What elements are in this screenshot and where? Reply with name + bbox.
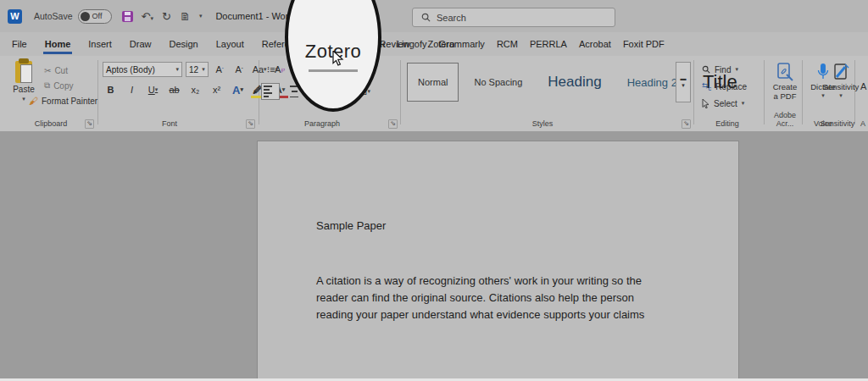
word-window: W AutoSave Off ↶▾ ↻ 🗎 ▾ Document1 - Word… bbox=[0, 0, 868, 381]
tab-foxit-pdf[interactable]: Foxit PDF bbox=[623, 39, 665, 49]
style-normal[interactable]: Normal bbox=[407, 63, 459, 102]
create-pdf-label-2: a PDF bbox=[774, 92, 797, 102]
styles-group-label: Styles bbox=[509, 119, 576, 128]
word-app-icon: W bbox=[8, 9, 22, 24]
styles-dialog-launcher[interactable]: ⇘ bbox=[682, 119, 691, 129]
document-page[interactable]: Sample Paper A citation is a way of reco… bbox=[257, 141, 739, 380]
cutoff-group-letter: A bbox=[860, 81, 866, 91]
paste-icon bbox=[15, 61, 32, 83]
strikethrough-button[interactable]: ab bbox=[166, 82, 182, 97]
autosave-label: AutoSave bbox=[34, 11, 73, 21]
ribbon: Paste ▾ ✂ Cut ⧉ Copy 🖌 Format Painter Cl… bbox=[0, 56, 868, 132]
ribbon-tab-row: File Home Insert Draw Design Layout Refe… bbox=[0, 32, 868, 56]
autosave-toggle[interactable]: Off bbox=[78, 9, 112, 24]
font-dialog-launcher[interactable]: ⇘ bbox=[246, 119, 255, 129]
tabs-right: Help Lingofy Grammarly RCM PERRLA Acroba… bbox=[376, 32, 665, 56]
text-effects-button[interactable]: A▾ bbox=[230, 82, 246, 97]
font-name-value: Aptos (Body) bbox=[106, 65, 155, 75]
select-label: Select bbox=[714, 99, 737, 108]
format-painter-label: Format Painter bbox=[42, 97, 97, 106]
find-label: Find bbox=[715, 65, 731, 75]
mouse-cursor-icon bbox=[332, 51, 344, 66]
separator bbox=[400, 60, 401, 124]
toggle-knob bbox=[81, 12, 90, 21]
sensitivity-button[interactable]: Sensitivity ▾ bbox=[816, 63, 865, 99]
style-heading[interactable]: Heading bbox=[537, 64, 611, 101]
undo-icon[interactable]: ↶▾ bbox=[142, 11, 153, 22]
styles-gallery-more-button[interactable]: ▬▾ bbox=[676, 62, 691, 102]
replace-icon: ⇆c bbox=[702, 81, 711, 92]
copy-label: Copy bbox=[53, 81, 73, 91]
tab-design[interactable]: Design bbox=[169, 39, 198, 49]
bold-label: B bbox=[108, 85, 114, 95]
clipboard-dialog-launcher[interactable]: ⇘ bbox=[85, 119, 94, 129]
search-input[interactable]: Search bbox=[412, 8, 615, 27]
search-icon bbox=[421, 13, 431, 22]
tab-draw[interactable]: Draw bbox=[130, 39, 152, 49]
paragraph-dialog-launcher[interactable]: ⇘ bbox=[388, 119, 398, 129]
document-preview-icon[interactable]: 🗎 bbox=[180, 11, 191, 22]
replace-button[interactable]: ⇆c Replace bbox=[702, 78, 747, 95]
document-area: Sample Paper A citation is a way of reco… bbox=[0, 131, 868, 378]
autosave-state: Off bbox=[92, 12, 103, 20]
find-button[interactable]: Find ▾ bbox=[702, 61, 747, 78]
tab-file[interactable]: File bbox=[12, 39, 27, 49]
underline-button[interactable]: U▾ bbox=[145, 82, 161, 97]
select-button[interactable]: Select ▾ bbox=[702, 95, 747, 112]
sensitivity-group-label: Sensitivity bbox=[816, 119, 859, 128]
editing-group-label: Editing bbox=[702, 119, 753, 128]
align-left-button[interactable] bbox=[261, 83, 280, 100]
font-size-value: 12 bbox=[189, 65, 198, 75]
search-placeholder: Search bbox=[437, 13, 466, 23]
redo-icon[interactable]: ↻ bbox=[162, 11, 171, 22]
tab-acrobat[interactable]: Acrobat bbox=[579, 39, 611, 49]
tab-rcm[interactable]: RCM bbox=[497, 39, 518, 49]
sensitivity-icon bbox=[832, 63, 850, 83]
italic-button[interactable]: I bbox=[124, 82, 140, 97]
tab-lingofy[interactable]: Lingofy bbox=[397, 39, 426, 49]
document-heading: Sample Paper bbox=[316, 219, 386, 232]
font-name-combobox[interactable]: Aptos (Body) ▾ bbox=[103, 62, 182, 77]
document-title: Document1 - Word bbox=[215, 11, 293, 21]
pdf-icon bbox=[776, 63, 794, 83]
format-painter-button[interactable]: 🖌 Format Painter bbox=[29, 93, 97, 108]
format-painter-icon: 🖌 bbox=[29, 96, 38, 106]
title-bar: W AutoSave Off ↶▾ ↻ 🗎 ▾ Document1 - Word… bbox=[0, 0, 868, 32]
create-pdf-button[interactable]: Create a PDF bbox=[767, 63, 803, 102]
clipboard-group-label: Clipboard bbox=[17, 119, 85, 128]
font-group-label: Font bbox=[136, 119, 203, 128]
tab-home[interactable]: Home bbox=[45, 39, 71, 49]
sensitivity-label: Sensitivity bbox=[823, 83, 860, 92]
cut-button[interactable]: ✂ Cut bbox=[44, 63, 97, 78]
cut-label: Cut bbox=[54, 66, 68, 75]
copy-button[interactable]: ⧉ Copy bbox=[44, 78, 97, 93]
adobe-group-label: Adobe Acr... bbox=[765, 111, 805, 128]
copy-icon: ⧉ bbox=[44, 80, 50, 91]
chevron-down-icon: ▾ bbox=[839, 92, 843, 99]
font-size-combobox[interactable]: 12 ▾ bbox=[186, 62, 209, 77]
magnified-tab-underline bbox=[309, 69, 358, 72]
paragraph-group-label: Paragraph bbox=[288, 119, 356, 128]
tab-perrla[interactable]: PERRLA bbox=[530, 39, 567, 49]
tab-grammarly[interactable]: Grammarly bbox=[438, 39, 484, 49]
subscript-button[interactable]: x₂ bbox=[187, 82, 203, 97]
chevron-down-icon: ▾ bbox=[742, 100, 745, 107]
tab-layout[interactable]: Layout bbox=[216, 39, 244, 49]
paste-dropdown[interactable]: ▾ bbox=[22, 96, 25, 102]
customize-qat-icon[interactable]: ▾ bbox=[199, 13, 203, 19]
bullets-button[interactable]: ⁝≡▾ bbox=[264, 62, 281, 77]
save-icon[interactable] bbox=[122, 11, 133, 22]
superscript-button[interactable]: x² bbox=[209, 82, 225, 97]
shrink-font-button[interactable]: Aˇ bbox=[231, 62, 248, 77]
tab-insert[interactable]: Insert bbox=[88, 39, 112, 49]
quick-access-toolbar: ↶▾ ↻ 🗎 ▾ bbox=[122, 11, 203, 22]
style-no-spacing[interactable]: No Spacing bbox=[464, 64, 532, 101]
document-paragraph: A citation is a way of recognizing other… bbox=[316, 273, 672, 323]
bold-button[interactable]: B bbox=[103, 82, 119, 97]
underline-label: U bbox=[148, 85, 155, 95]
scissors-icon: ✂ bbox=[44, 66, 51, 75]
search-icon bbox=[702, 65, 710, 74]
cutoff-group-label: A bbox=[859, 119, 867, 128]
chevron-down-icon: ▾ bbox=[202, 66, 205, 73]
grow-font-button[interactable]: Aˆ bbox=[212, 62, 228, 77]
